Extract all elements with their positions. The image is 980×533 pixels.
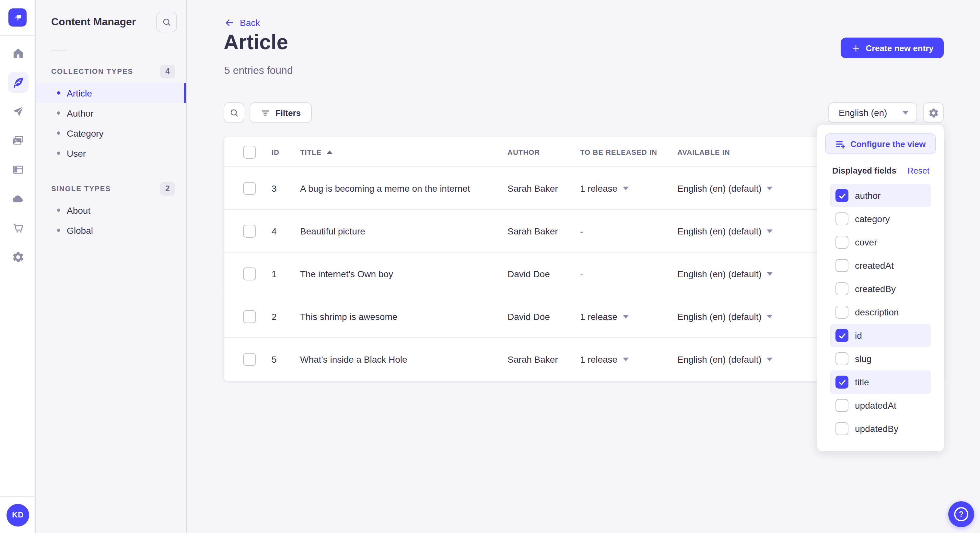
- cell-to-be-released-in[interactable]: 1 release: [580, 311, 677, 322]
- field-toggle-updatedBy[interactable]: updatedBy: [830, 417, 931, 440]
- page-title: Article: [224, 30, 288, 54]
- gear-icon: [928, 107, 939, 118]
- sidebar-item-label: Article: [67, 88, 92, 98]
- field-toggle-title[interactable]: title: [830, 370, 931, 394]
- reset-link[interactable]: Reset: [907, 166, 929, 176]
- table-search-button[interactable]: [224, 102, 244, 123]
- field-checkbox[interactable]: [835, 189, 848, 202]
- row-checkbox[interactable]: [243, 182, 256, 195]
- single-types-count-badge: 2: [160, 182, 175, 195]
- content-manager-subnav: Content Manager COLLECTION TYPES 4 Artic…: [36, 0, 187, 533]
- app: KD Content Manager COLLECTION TYPES 4 Ar…: [0, 0, 980, 533]
- field-label: category: [855, 214, 889, 224]
- column-header-to-be-released-in[interactable]: TO BE RELEASED IN: [580, 148, 677, 156]
- field-toggle-category[interactable]: category: [830, 207, 931, 230]
- sidebar-item-user[interactable]: User: [36, 143, 186, 163]
- field-label: updatedBy: [855, 424, 898, 434]
- field-checkbox[interactable]: [835, 329, 848, 342]
- cell-to-be-released-in[interactable]: -: [580, 226, 677, 236]
- field-checkbox[interactable]: [835, 399, 848, 412]
- help-button[interactable]: ?: [948, 501, 974, 527]
- cell-id: 1: [272, 268, 300, 279]
- field-label: updatedAt: [855, 400, 896, 411]
- field-label: slug: [855, 354, 872, 364]
- home-icon[interactable]: [8, 43, 28, 63]
- field-toggle-slug[interactable]: slug: [830, 347, 931, 370]
- cell-to-be-released-in[interactable]: 1 release: [580, 183, 677, 194]
- releases-icon[interactable]: [8, 101, 28, 122]
- field-checkbox[interactable]: [835, 376, 848, 389]
- arrow-left-icon: [224, 17, 235, 28]
- field-toggle-updatedAt[interactable]: updatedAt: [830, 394, 931, 417]
- field-checkbox[interactable]: [835, 213, 848, 225]
- filters-button[interactable]: Filters: [250, 102, 312, 123]
- field-checkbox[interactable]: [835, 352, 848, 365]
- configure-icon: [835, 139, 845, 149]
- media-library-icon[interactable]: [8, 130, 28, 151]
- field-toggle-author[interactable]: author: [830, 184, 931, 207]
- marketplace-icon[interactable]: [8, 217, 28, 238]
- sidebar-item-label: Category: [67, 128, 104, 138]
- sidebar-item-author[interactable]: Author: [36, 103, 186, 123]
- row-checkbox[interactable]: [243, 224, 256, 237]
- cell-id: 3: [272, 183, 300, 194]
- create-new-entry-label: Create new entry: [865, 43, 934, 53]
- sidebar-item-article[interactable]: Article: [36, 83, 186, 103]
- field-toggle-createdAt[interactable]: createdAt: [830, 254, 931, 277]
- user-avatar[interactable]: KD: [6, 503, 29, 526]
- content-type-builder-icon[interactable]: [8, 159, 28, 180]
- field-checkbox[interactable]: [835, 236, 848, 249]
- field-toggle-createdBy[interactable]: createdBy: [830, 277, 931, 300]
- sidebar-item-label: Global: [67, 225, 93, 235]
- entries-count: 5 entries found: [224, 65, 293, 76]
- configure-the-view-button[interactable]: Configure the view: [825, 133, 936, 154]
- cell-to-be-released-in[interactable]: -: [580, 268, 677, 279]
- sidebar-item-about[interactable]: About: [36, 200, 186, 220]
- row-checkbox[interactable]: [243, 267, 256, 280]
- cell-to-be-released-in[interactable]: 1 release: [580, 354, 677, 365]
- cell-title: What's inside a Black Hole: [300, 354, 508, 365]
- row-checkbox[interactable]: [243, 310, 256, 323]
- locale-select[interactable]: English (en): [828, 102, 917, 123]
- field-checkbox[interactable]: [835, 422, 848, 435]
- column-header-author[interactable]: AUTHOR: [508, 148, 580, 156]
- filter-icon: [261, 108, 270, 117]
- available-chevron-icon: [767, 229, 773, 233]
- workplace-switcher[interactable]: [0, 0, 35, 36]
- bullet-icon: [57, 91, 60, 95]
- field-toggle-description[interactable]: description: [830, 300, 931, 324]
- view-settings-button[interactable]: [923, 102, 944, 123]
- field-label: cover: [855, 237, 877, 247]
- field-label: title: [855, 377, 869, 387]
- deploy-icon[interactable]: [8, 189, 28, 209]
- chevron-down-icon: [902, 111, 909, 115]
- back-link[interactable]: Back: [224, 17, 260, 28]
- field-label: id: [855, 330, 862, 341]
- bullet-icon: [57, 228, 60, 232]
- field-label: createdAt: [855, 260, 894, 271]
- field-checkbox[interactable]: [835, 282, 848, 295]
- cell-title: Beautiful picture: [300, 226, 508, 236]
- sidebar-item-category[interactable]: Category: [36, 123, 186, 143]
- select-all-checkbox[interactable]: [243, 145, 256, 159]
- create-new-entry-button[interactable]: Create new entry: [841, 38, 944, 58]
- settings-icon[interactable]: [8, 247, 28, 268]
- search-icon[interactable]: [156, 12, 177, 32]
- sidebar-item-global[interactable]: Global: [36, 220, 186, 240]
- field-label: author: [855, 190, 880, 201]
- cell-author: David Doe: [508, 311, 580, 322]
- field-checkbox[interactable]: [835, 306, 848, 319]
- question-mark-icon: ?: [954, 507, 968, 521]
- release-chevron-icon: [622, 357, 628, 362]
- strapi-logo: [8, 8, 27, 27]
- cell-title: A bug is becoming a meme on the internet: [300, 183, 508, 194]
- column-header-id[interactable]: ID: [272, 148, 300, 156]
- content-manager-icon[interactable]: [8, 72, 28, 93]
- available-chevron-icon: [767, 314, 773, 318]
- field-toggle-id[interactable]: id: [830, 324, 931, 347]
- row-checkbox[interactable]: [243, 353, 256, 366]
- field-toggle-cover[interactable]: cover: [830, 230, 931, 254]
- column-header-title[interactable]: TITLE: [300, 148, 508, 156]
- main-navigation: KD: [0, 0, 36, 533]
- field-checkbox[interactable]: [835, 259, 848, 272]
